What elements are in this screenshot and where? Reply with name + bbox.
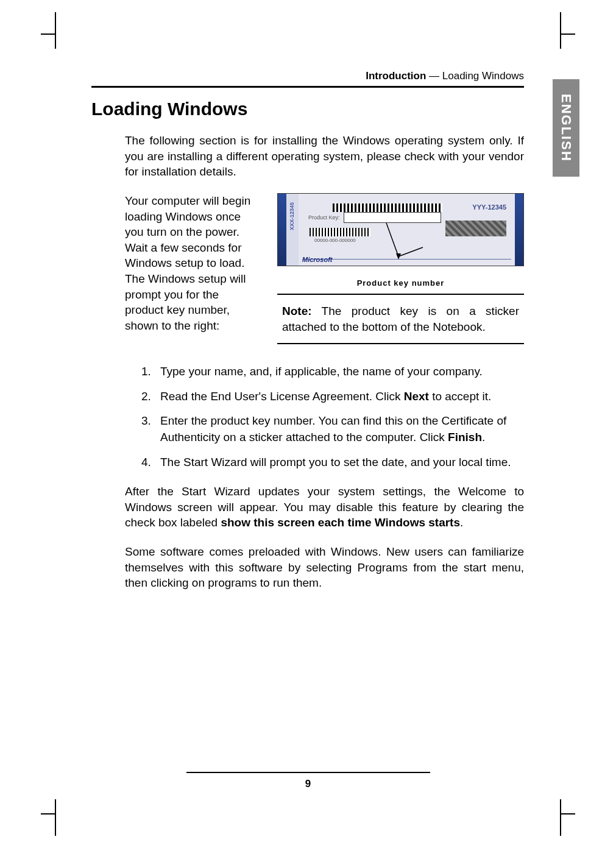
list-item: Read the End User's License Agreement. C… <box>154 389 524 405</box>
left-column-text: Your computer will begin loading Windows… <box>125 193 259 344</box>
running-head-sep: — <box>426 70 442 82</box>
figure-stripe-right <box>515 194 523 266</box>
step-post: . <box>482 431 485 443</box>
step-bold: Next <box>404 390 429 403</box>
product-key-figure: XXX-12345 Product Key: 00000-000-000000 … <box>277 193 524 266</box>
side-tab: ENGLISH <box>553 79 579 177</box>
note-label: Note: <box>282 305 312 317</box>
note-block: Note: The product key is on a sticker at… <box>277 294 524 344</box>
figure-caption: Product key number <box>277 278 524 288</box>
svg-line-0 <box>386 223 398 256</box>
figure-stripe-left <box>278 194 286 266</box>
figure-yyy: YYY-12345 <box>472 203 506 211</box>
running-head: Introduction — Loading Windows <box>91 70 524 88</box>
list-item: The Start Wizard will prompt you to set … <box>154 454 524 471</box>
side-tab-label: ENGLISH <box>558 94 574 162</box>
pointer-arrow-icon <box>380 223 417 266</box>
product-key-label: Product Key: <box>308 214 340 221</box>
footer-rule <box>186 772 430 773</box>
svg-marker-2 <box>396 253 401 260</box>
product-key-box <box>344 212 441 223</box>
running-head-bold: Introduction <box>366 70 426 82</box>
step-bold: Finish <box>448 431 482 443</box>
after1-post: . <box>460 516 463 529</box>
steps-list: Type your name, and, if applicable, the … <box>154 364 524 470</box>
barcode-icon <box>333 203 442 212</box>
page-number: 9 <box>0 778 616 790</box>
figure-number-text: 00000-000-000000 <box>314 238 356 243</box>
page-footer: 9 <box>0 772 616 790</box>
barcode-icon-2 <box>310 228 370 236</box>
step-text: The Start Wizard will prompt you to set … <box>160 456 511 468</box>
figure-microsoft-label: Microsoft <box>302 256 333 263</box>
figure-vert-label: XXX-12345 <box>289 202 295 230</box>
after-paragraph-1: After the Start Wizard updates your syst… <box>125 484 524 531</box>
step-pre: Read the End User's License Agreement. C… <box>160 390 404 403</box>
svg-line-1 <box>398 247 423 256</box>
page-title: Loading Windows <box>91 99 524 119</box>
step-text: Type your name, and, if applicable, the … <box>160 365 483 378</box>
after-paragraph-2: Some software comes preloaded with Windo… <box>125 544 524 591</box>
hologram-icon <box>445 221 506 236</box>
list-item: Enter the product key number. You can fi… <box>154 413 524 445</box>
running-head-rest: Loading Windows <box>442 70 524 82</box>
list-item: Type your name, and, if applicable, the … <box>154 364 524 380</box>
step-post: to accept it. <box>429 390 491 403</box>
after1-bold: show this screen each time Windows start… <box>221 516 460 529</box>
note-text: The product key is on a sticker attached… <box>282 305 519 333</box>
intro-paragraph: The following section is for installing … <box>125 133 524 180</box>
